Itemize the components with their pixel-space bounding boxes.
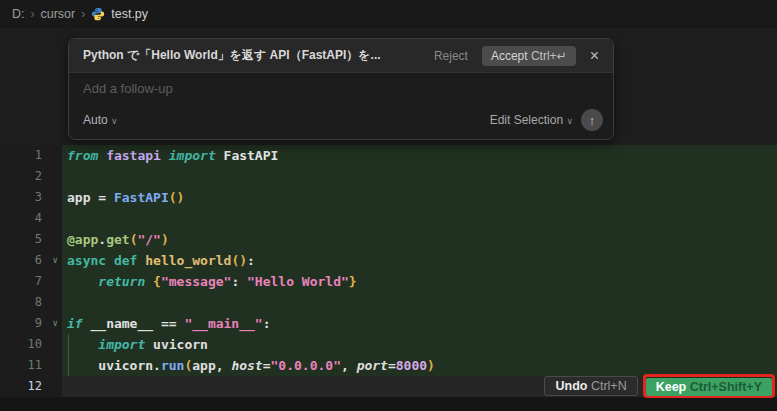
breadcrumb-folder[interactable]: cursor <box>41 7 76 21</box>
ai-dialog-footer: Auto ∨ Edit Selection ∨ ↑ <box>69 109 613 139</box>
ai-dialog-body: Add a follow-up <box>69 73 613 109</box>
ai-prompt-title: Python で「Hello World」を返す API（FastAPI）を..… <box>83 47 420 64</box>
annotation-highlight-box: Keep Ctrl+Shift+Y <box>643 374 775 398</box>
breadcrumb-file[interactable]: test.py <box>111 7 148 21</box>
code-text: import uvicorn <box>62 334 777 355</box>
fold-chevron-icon[interactable]: ∨ <box>53 250 58 271</box>
line-number: 10 <box>0 334 62 355</box>
inline-ai-dialog: Python で「Hello World」を返す API（FastAPI）を..… <box>68 38 614 140</box>
line-number: 7 <box>0 271 62 292</box>
line-number: 1 <box>0 145 62 166</box>
close-icon[interactable]: × <box>586 48 603 64</box>
code-line: 3app = FastAPI() <box>0 187 777 208</box>
editor-bottom-strip <box>0 397 777 411</box>
send-button[interactable]: ↑ <box>581 109 603 131</box>
python-file-icon <box>91 7 105 21</box>
line-number: 3 <box>0 187 62 208</box>
code-line: 10 import uvicorn <box>0 334 777 355</box>
code-line: 6∨async def hello_world(): <box>0 250 777 271</box>
line-number: 4 <box>0 208 62 229</box>
indent-guide <box>68 334 69 376</box>
code-lines: 1from fastapi import FastAPI23app = Fast… <box>0 145 777 397</box>
accept-button[interactable]: Accept Ctrl+↵ <box>482 46 576 66</box>
code-text: @app.get("/") <box>62 229 777 250</box>
code-line: 1from fastapi import FastAPI <box>0 145 777 166</box>
keep-shortcut: Ctrl+Shift+Y <box>690 380 762 394</box>
code-text: if __name__ == "__main__": <box>62 313 777 334</box>
fold-chevron-icon[interactable]: ∨ <box>53 313 58 334</box>
code-text: return {"message": "Hello World"} <box>62 271 777 292</box>
code-text: uvicorn.run(app, host="0.0.0.0", port=80… <box>62 355 777 376</box>
chevron-right-icon: › <box>31 7 35 21</box>
line-number: 5 <box>0 229 62 250</box>
breadcrumb-drive[interactable]: D: <box>12 7 25 21</box>
line-number: 2 <box>0 166 62 187</box>
reject-button[interactable]: Reject <box>430 46 472 66</box>
code-line: 7 return {"message": "Hello World"} <box>0 271 777 292</box>
diff-action-bar: Undo Ctrl+N Keep Ctrl+Shift+Y <box>544 374 775 398</box>
code-text <box>62 292 777 313</box>
chevron-right-icon: › <box>81 7 85 21</box>
undo-shortcut: Ctrl+N <box>591 379 627 393</box>
code-line: 11 uvicorn.run(app, host="0.0.0.0", port… <box>0 355 777 376</box>
model-selector[interactable]: Auto ∨ <box>83 113 118 127</box>
keep-button[interactable]: Keep Ctrl+Shift+Y <box>646 378 772 396</box>
code-line: 2 <box>0 166 777 187</box>
code-text <box>62 166 777 187</box>
code-line: 9∨if __name__ == "__main__": <box>0 313 777 334</box>
accept-shortcut: Ctrl+↵ <box>531 49 567 63</box>
chevron-down-icon: ∨ <box>566 116 573 126</box>
line-number: 11 <box>0 355 62 376</box>
line-number: 9∨ <box>0 313 62 334</box>
code-line: 8 <box>0 292 777 313</box>
code-line: 5@app.get("/") <box>0 229 777 250</box>
scope-selector[interactable]: Edit Selection ∨ <box>490 113 573 127</box>
arrow-up-icon: ↑ <box>589 113 596 128</box>
code-text: from fastapi import FastAPI <box>62 145 777 166</box>
chevron-down-icon: ∨ <box>111 116 118 126</box>
code-text <box>62 208 777 229</box>
line-number: 8 <box>0 292 62 313</box>
undo-button[interactable]: Undo Ctrl+N <box>544 376 637 396</box>
code-text: async def hello_world(): <box>62 250 777 271</box>
line-number: 12 <box>0 376 62 397</box>
follow-up-input[interactable]: Add a follow-up <box>83 81 599 96</box>
breadcrumb: D: › cursor › test.py <box>0 0 777 28</box>
code-text: app = FastAPI() <box>62 187 777 208</box>
code-line: 4 <box>0 208 777 229</box>
line-number: 6∨ <box>0 250 62 271</box>
ai-dialog-header: Python で「Hello World」を返す API（FastAPI）を..… <box>69 39 613 73</box>
